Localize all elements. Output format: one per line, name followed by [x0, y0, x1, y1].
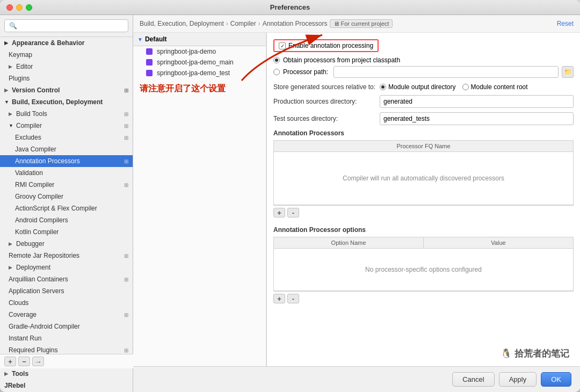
expand-icon: ▼	[4, 99, 10, 105]
sidebar-item-clouds[interactable]: Clouds	[0, 297, 133, 309]
module-content-radio[interactable]	[462, 84, 469, 90]
expand-icon: ▶	[9, 265, 14, 270]
sidebar-item-actionscript[interactable]: ActionScript & Flex Compiler	[0, 202, 133, 214]
sidebar-item-arquillian[interactable]: Arquillian Containers ⊞	[0, 273, 133, 285]
breadcrumb-build[interactable]: Build, Execution, Deployment	[140, 20, 224, 27]
settings-icon: ⊞	[124, 123, 128, 129]
store-radio-group: Module output directory Module content r…	[380, 83, 527, 91]
test-input[interactable]	[380, 112, 574, 125]
tree-item-demo-main[interactable]: springboot-jpa-demo_main	[133, 57, 266, 68]
module-icon	[146, 48, 153, 55]
minimize-button[interactable]	[16, 4, 23, 11]
annotation-overlay: 请注意开启了这个设置	[140, 83, 226, 95]
apply-button[interactable]: Apply	[499, 372, 537, 387]
panel-container: ▼ Default springboot-jpa-demo springboot…	[133, 33, 580, 366]
sidebar-item-validation[interactable]: Validation	[0, 167, 133, 179]
breadcrumb-compiler[interactable]: Compiler	[230, 20, 256, 27]
module-content-option[interactable]: Module content root	[462, 83, 528, 91]
close-button[interactable]	[6, 4, 13, 11]
sidebar-item-rmi-compiler[interactable]: RMI Compiler ⊞	[0, 179, 133, 191]
tree-header-arrow: ▼	[137, 37, 143, 42]
settings-icon: ⊞	[124, 182, 128, 188]
add-option-button[interactable]: +	[273, 294, 285, 303]
enable-checkbox-label[interactable]: Enable annotation processing	[273, 39, 379, 52]
sidebar-item-build-tools[interactable]: ▶ Build Tools ⊞	[0, 108, 133, 120]
annotation-text: 请注意开启了这个设置	[140, 83, 226, 95]
main-content: ▶ Appearance & Behavior Keymap ▶ Editor …	[0, 15, 580, 392]
sidebar-item-annotation-processors[interactable]: Annotation Processors ⊞	[0, 155, 133, 167]
options-table-body: No processor-specific options configured	[273, 248, 574, 291]
enable-checkbox[interactable]	[279, 42, 286, 49]
sidebar-item-kotlin-compiler[interactable]: Kotlin Compiler	[0, 226, 133, 238]
sidebar-item-debugger[interactable]: ▶ Debugger	[0, 238, 133, 250]
settings-icon: ⊞	[124, 135, 128, 141]
breadcrumb-current: Annotation Processors	[263, 20, 328, 27]
sidebar-item-instant-run[interactable]: Instant Run	[0, 332, 133, 344]
module-output-option[interactable]: Module output directory	[380, 83, 455, 91]
expand-icon: ▶	[4, 40, 10, 46]
settings-icon: ⊞	[124, 111, 128, 117]
remove-option-button[interactable]: -	[287, 294, 299, 303]
tree-panel: ▼ Default springboot-jpa-demo springboot…	[133, 33, 266, 366]
sidebar-item-build-exec[interactable]: ▼ Build, Execution, Deployment	[0, 96, 133, 108]
expand-icon: ▶	[9, 111, 14, 117]
expand-icon: ▶	[9, 64, 14, 69]
search-box	[0, 15, 133, 37]
sidebar-item-remote-jar[interactable]: Remote Jar Repositories ⊞	[0, 250, 133, 262]
tree-header-default: Default	[145, 35, 167, 43]
preferences-window: Preferences ▶ Appearance & Behavior Keym…	[0, 0, 580, 392]
sidebar-item-version-control[interactable]: ▶ Version Control ⊞	[0, 84, 133, 96]
browse-button[interactable]: 📁	[562, 66, 574, 78]
sidebar-item-appearance[interactable]: ▶ Appearance & Behavior	[0, 37, 133, 49]
obtain-radio[interactable]	[273, 57, 280, 63]
processor-path-row: Processor path: 📁	[273, 66, 574, 78]
add-processor-button[interactable]: +	[273, 208, 285, 217]
processors-table-body: Compiler will run all automatically disc…	[273, 151, 574, 205]
project-icon: 🖥	[334, 20, 339, 27]
processor-path-radio[interactable]	[273, 69, 280, 75]
sidebar-item-android-compilers[interactable]: Android Compilers	[0, 214, 133, 226]
sidebar-item-compiler[interactable]: ▼ Compiler ⊞	[0, 120, 133, 132]
sidebar-item-plugins[interactable]: Plugins	[0, 72, 133, 84]
module-icon	[146, 70, 153, 76]
sidebar-item-deployment[interactable]: ▶ Deployment	[0, 262, 133, 273]
processor-path-input[interactable]	[334, 66, 559, 78]
sidebar-item-tools[interactable]: ▶ Tools	[0, 368, 133, 380]
options-title: Annotation Processor options	[273, 226, 574, 234]
sidebar-item-editor[interactable]: ▶ Editor	[0, 61, 133, 72]
maximize-button[interactable]	[26, 4, 32, 11]
tree-item-demo-test[interactable]: springboot-jpa-demo_test	[133, 68, 266, 78]
sidebar-item-jrebel[interactable]: JRebel	[0, 380, 133, 391]
sidebar-item-groovy-compiler[interactable]: Groovy Compiler	[0, 191, 133, 202]
options-toolbar: + -	[273, 291, 574, 306]
expand-icon: ▼	[9, 123, 14, 128]
options-table-header: Option Name Value	[273, 237, 574, 248]
titlebar: Preferences	[0, 0, 580, 15]
expand-icon: ▶	[4, 88, 10, 93]
module-output-radio[interactable]	[380, 84, 386, 90]
sidebar-item-java-compiler[interactable]: Java Compiler	[0, 143, 133, 155]
settings-icon: ⊞	[124, 158, 128, 164]
annotation-processors-title: Annotation Processors	[273, 129, 574, 137]
window-title: Preferences	[270, 3, 310, 11]
cancel-button[interactable]: Cancel	[452, 372, 494, 387]
breadcrumb-sep2: ›	[258, 20, 260, 27]
window-controls[interactable]	[6, 4, 32, 11]
breadcrumb: Build, Execution, Deployment › Compiler …	[133, 15, 580, 33]
sidebar-item-coverage[interactable]: Coverage ⊞	[0, 309, 133, 321]
tree-item-demo[interactable]: springboot-jpa-demo	[133, 46, 266, 57]
settings-icon: ⊞	[124, 277, 128, 282]
settings-icon: ⊞	[124, 253, 128, 259]
right-panel: Build, Execution, Deployment › Compiler …	[133, 15, 580, 392]
remove-processor-button[interactable]: -	[287, 208, 299, 217]
reset-link[interactable]: Reset	[557, 20, 574, 27]
search-input[interactable]	[4, 19, 128, 32]
sidebar-item-keymap[interactable]: Keymap	[0, 49, 133, 61]
sidebar-item-gradle-android[interactable]: Gradle-Android Compiler	[0, 321, 133, 332]
production-input[interactable]	[380, 95, 574, 108]
sidebar-item-excludes[interactable]: Excludes ⊞	[0, 132, 133, 143]
ok-button[interactable]: OK	[541, 372, 571, 387]
production-sources-row: Production sources directory:	[273, 95, 574, 108]
store-sources-row: Store generated sources relative to: Mod…	[273, 83, 574, 91]
sidebar-item-app-servers[interactable]: Application Servers	[0, 285, 133, 297]
